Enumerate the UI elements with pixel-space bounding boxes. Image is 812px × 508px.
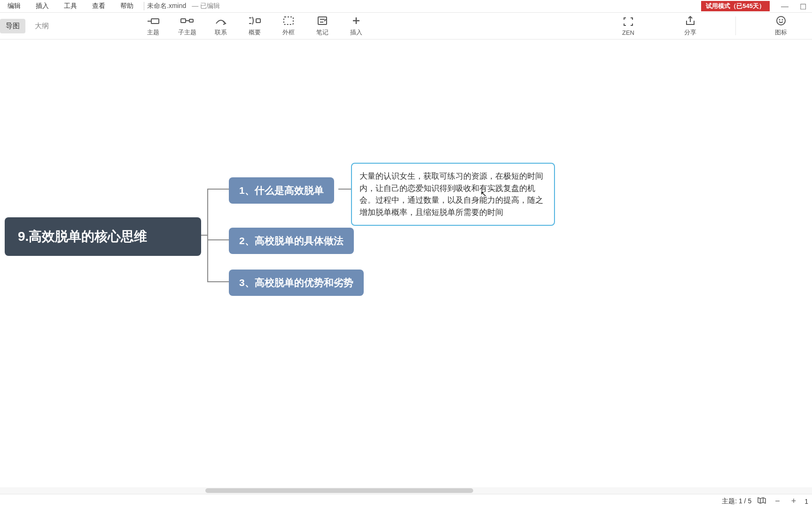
relation-icon (215, 15, 226, 26)
zen-button[interactable]: ZEN (611, 16, 645, 36)
svg-rect-4 (284, 17, 293, 24)
smile-icon (776, 15, 786, 26)
window-controls: — ☐ (781, 2, 812, 10)
toolbar-center: 主题 子主题 联系 概要 外框 笔记 插入 (136, 15, 373, 37)
toolbar-divider (735, 16, 736, 35)
fullscreen-icon (623, 16, 633, 27)
file-name: 未命名.xmind (147, 2, 186, 10)
summary-button[interactable]: 概要 (238, 15, 272, 37)
zoom-in-button[interactable]: + (789, 496, 799, 506)
maximize-icon[interactable]: ☐ (800, 2, 807, 10)
plus-icon (351, 15, 361, 26)
share-label: 分享 (684, 28, 696, 37)
insert-label: 插入 (350, 28, 362, 37)
boundary-label: 外框 (282, 28, 295, 37)
relation-button[interactable]: 联系 (204, 15, 238, 37)
minimize-icon[interactable]: — (781, 2, 789, 10)
menu-insert[interactable]: 插入 (28, 0, 56, 12)
svg-point-7 (780, 20, 780, 20)
map-overview-icon[interactable] (757, 497, 766, 506)
view-tabs: 导图 大纲 (0, 19, 55, 33)
note-topic-node[interactable]: 大量的认识女生，获取可练习的资源，在极短的时间内，让自己的恋爱知识得到吸收和有实… (351, 163, 555, 226)
summary-icon (249, 15, 261, 26)
icons-label: 图标 (775, 28, 787, 37)
svg-rect-1 (181, 19, 186, 23)
connectors (0, 40, 376, 369)
tab-outline[interactable]: 大纲 (29, 19, 55, 33)
share-icon (685, 15, 695, 26)
summary-label: 概要 (249, 28, 261, 37)
statusbar: 主题: 1 / 5 − + 1 (0, 494, 812, 508)
share-button[interactable]: 分享 (673, 15, 707, 37)
toolbar: 导图 大纲 主题 子主题 联系 概要 外框 笔记 插入 (0, 12, 812, 40)
note-icon (317, 15, 328, 26)
horizontal-scrollbar[interactable] (0, 487, 812, 494)
file-info: 未命名.xmind — 已编辑 (147, 2, 220, 10)
note-button[interactable]: 笔记 (305, 15, 339, 37)
topic-label: 主题 (147, 28, 159, 37)
topic-icon (147, 15, 159, 26)
menu-divider (144, 2, 144, 10)
scrollbar-thumb[interactable] (205, 488, 473, 493)
topic-count: 主题: 1 / 5 (722, 497, 751, 506)
relation-label: 联系 (215, 28, 227, 37)
svg-rect-2 (189, 19, 193, 22)
svg-rect-3 (256, 19, 260, 23)
menu-items: 编辑 插入 工具 查看 帮助 (0, 0, 141, 12)
menu-tools[interactable]: 工具 (56, 0, 85, 12)
boundary-button[interactable]: 外框 (272, 15, 305, 37)
icons-button[interactable]: 图标 (764, 15, 798, 37)
menu-edit[interactable]: 编辑 (0, 0, 28, 12)
child-topic-3[interactable]: 3、高校脱单的优势和劣势 (229, 270, 364, 296)
topic-button[interactable]: 主题 (136, 15, 170, 37)
root-topic-node[interactable]: 9.高效脱单的核心思维 (5, 217, 201, 256)
zoom-level: 1 (804, 498, 808, 505)
insert-button[interactable]: 插入 (339, 15, 373, 37)
subtopic-label: 子主题 (178, 28, 196, 37)
subtopic-icon (180, 15, 194, 26)
child-topic-1[interactable]: 1、什么是高效脱单 (229, 177, 334, 204)
boundary-icon (283, 15, 294, 26)
subtopic-button[interactable]: 子主题 (170, 15, 204, 37)
zen-label: ZEN (622, 29, 634, 36)
file-status: — 已编辑 (192, 2, 220, 10)
svg-point-6 (777, 16, 785, 25)
trial-mode-badge: 试用模式（已545天） (701, 1, 770, 11)
menu-help[interactable]: 帮助 (113, 0, 141, 12)
svg-rect-0 (151, 19, 159, 24)
tab-mindmap[interactable]: 导图 (0, 19, 25, 33)
svg-point-8 (782, 20, 783, 20)
zoom-out-button[interactable]: − (772, 496, 783, 506)
menu-view[interactable]: 查看 (85, 0, 113, 12)
note-label: 笔记 (316, 28, 328, 37)
menubar: 编辑 插入 工具 查看 帮助 未命名.xmind — 已编辑 试用模式（已545… (0, 0, 812, 12)
toolbar-right: ZEN 分享 图标 (611, 15, 798, 37)
child-topic-2[interactable]: 2、高校脱单的具体做法 (229, 228, 354, 254)
mindmap-canvas[interactable]: 9.高效脱单的核心思维 1、什么是高效脱单 2、高校脱单的具体做法 3、高校脱单… (0, 40, 812, 494)
